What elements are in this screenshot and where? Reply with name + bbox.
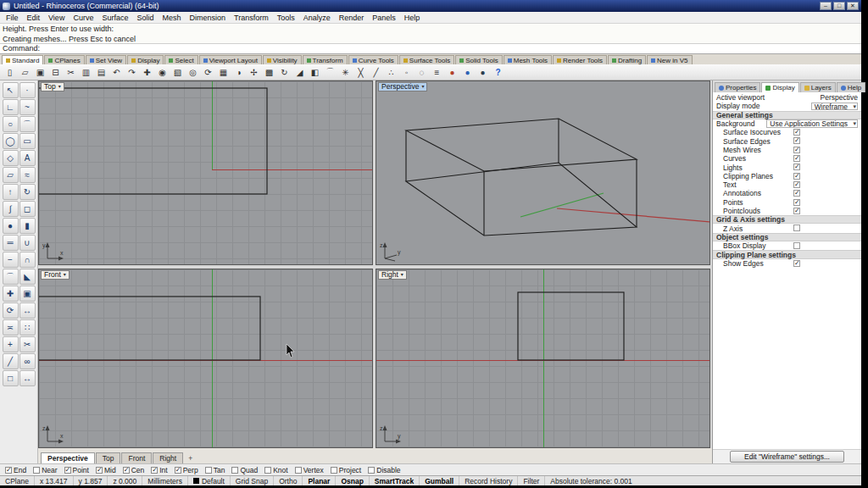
checkbox-icon[interactable]	[331, 467, 337, 474]
viewport-front[interactable]: Front ▾ z x	[38, 269, 373, 448]
four-viewports-button[interactable]: ▦	[216, 65, 231, 79]
color-wheel-button[interactable]: ●	[445, 65, 459, 79]
toolbar-tab[interactable]: Set View	[86, 55, 126, 64]
scale-button[interactable]: ◢	[292, 65, 307, 79]
render-sphere-button[interactable]: ●	[460, 65, 475, 79]
units-button[interactable]: Millimeters	[142, 476, 188, 485]
status-toggle[interactable]: Osnap	[336, 476, 369, 485]
split-button[interactable]: ╱	[369, 65, 383, 79]
osnap-toggle[interactable]: Perp	[175, 466, 198, 474]
rectangle-tool[interactable]: ▭	[19, 133, 36, 149]
checkbox-icon[interactable]	[64, 467, 71, 474]
panel-tab[interactable]: Display	[761, 82, 798, 92]
save-button[interactable]: ▣	[33, 65, 47, 79]
cplane-button[interactable]: CPlane	[0, 476, 35, 485]
viewport-perspective[interactable]: Perspective ▾ z y	[376, 80, 710, 265]
setting-checkbox[interactable]	[793, 199, 800, 206]
viewport-label-perspective[interactable]: Perspective ▾	[378, 82, 427, 92]
print-button[interactable]: ⊟	[48, 65, 63, 79]
setting-checkbox[interactable]	[793, 242, 800, 249]
toolbar-tab[interactable]: Solid Tools	[455, 55, 503, 64]
menu-item[interactable]: Panels	[368, 14, 400, 22]
checkbox-icon[interactable]	[205, 467, 212, 474]
osnap-toggle[interactable]: Tan	[205, 466, 225, 474]
polyline-tool[interactable]: ∟	[3, 99, 19, 115]
pan-view-button[interactable]: ✚	[140, 65, 154, 79]
mirror-tool[interactable]: ≍	[3, 319, 19, 336]
checkbox-icon[interactable]	[175, 467, 181, 474]
object-snap-button[interactable]: ◦	[399, 65, 414, 79]
status-toggle[interactable]: Gumball	[420, 476, 459, 485]
new-file-button[interactable]: ▯	[3, 65, 17, 79]
osnap-toggle[interactable]: End	[5, 466, 26, 474]
zoom-extents-button[interactable]: ◎	[186, 65, 200, 79]
toolbar-tab[interactable]: CPlanes	[44, 55, 84, 64]
text-tool[interactable]: A	[19, 150, 36, 166]
status-toggle[interactable]: Filter	[518, 476, 545, 485]
scale-tool[interactable]: ↔	[19, 302, 36, 319]
viewport-splitter-horizontal[interactable]	[38, 265, 712, 269]
new-viewport-tab-button[interactable]: +	[184, 453, 197, 463]
ellipse-tool[interactable]: ◯	[3, 133, 19, 149]
explode-button[interactable]: ✳	[338, 65, 353, 79]
osnap-toggle[interactable]: Vertex	[295, 466, 324, 474]
viewport-label-right[interactable]: Right ▾	[378, 270, 407, 280]
checkbox-icon[interactable]	[96, 467, 103, 474]
osnap-toggle[interactable]: Disable	[368, 466, 400, 474]
menu-item[interactable]: Render	[335, 14, 369, 22]
viewport-tab[interactable]: Top	[96, 452, 121, 463]
open-file-button[interactable]: ▱	[18, 65, 32, 79]
menu-item[interactable]: File	[2, 14, 23, 22]
sweep-tool[interactable]: ∫	[3, 201, 19, 217]
setting-checkbox[interactable]	[793, 155, 800, 162]
join-button[interactable]: ⌒	[323, 65, 337, 79]
environment-sphere-button[interactable]: ●	[476, 65, 490, 79]
arc-tool[interactable]: ⌒	[19, 116, 36, 132]
viewport-right[interactable]: Right ▾ z y	[376, 269, 710, 448]
polygon-tool[interactable]: ◇	[3, 150, 19, 166]
sphere-tool[interactable]: ●	[3, 218, 19, 234]
toolbar-tab[interactable]: New in V5	[647, 55, 692, 64]
menu-item[interactable]: Help	[400, 14, 425, 22]
revolve-tool[interactable]: ↻	[19, 184, 36, 200]
status-toggle[interactable]: SmartTrack	[370, 476, 420, 485]
trim-button[interactable]: ╳	[353, 65, 368, 79]
viewport-top[interactable]: Top ▾ y x	[38, 80, 373, 265]
setting-checkbox[interactable]	[793, 225, 800, 231]
hide-object-button[interactable]: ◌	[415, 65, 429, 79]
checkbox-icon[interactable]	[123, 467, 130, 474]
copy-button[interactable]: ▥	[79, 65, 93, 79]
toolbar-tab[interactable]: Standard	[2, 55, 43, 64]
mirror-button[interactable]: ◧	[308, 65, 322, 79]
rotate-view-button[interactable]: ⟳	[201, 65, 215, 79]
checkbox-icon[interactable]	[368, 467, 375, 474]
setting-checkbox[interactable]	[793, 137, 800, 144]
toolbar-tab[interactable]: Drafting	[608, 55, 646, 64]
setting-checkbox[interactable]	[793, 190, 800, 197]
group-tool[interactable]: □	[3, 370, 19, 386]
surface-tool[interactable]: ▱	[3, 167, 19, 183]
status-toggle[interactable]: Record History	[459, 476, 518, 485]
checkbox-icon[interactable]	[264, 467, 271, 474]
setting-checkbox[interactable]	[793, 147, 800, 153]
pipe-tool[interactable]: ═	[3, 235, 19, 251]
menu-item[interactable]: Dimension	[185, 14, 230, 22]
menu-item[interactable]: Edit	[23, 14, 45, 22]
menu-item[interactable]: Solid	[132, 14, 158, 22]
control-points-button[interactable]: ∴	[384, 65, 398, 79]
osnap-toggle[interactable]: Cen	[123, 466, 145, 474]
shaded-view-button[interactable]: ◑	[231, 65, 246, 79]
setting-value[interactable]: Wireframe	[811, 103, 858, 111]
edit-display-settings-button[interactable]: Edit "Wireframe" settings...	[730, 451, 844, 463]
title-bar[interactable]: Untitled - Rhinoceros (Commercial) (64-b…	[0, 0, 861, 12]
toolbar-tab[interactable]: Viewport Layout	[199, 55, 262, 64]
copy-object-button[interactable]: ▩	[262, 65, 276, 79]
close-button[interactable]: ✕	[847, 2, 859, 10]
boolean-difference-tool[interactable]: −	[3, 252, 19, 268]
checkbox-icon[interactable]	[231, 467, 238, 474]
point-tool[interactable]: ·	[19, 82, 36, 98]
fillet-tool[interactable]: ⌒	[3, 269, 19, 285]
toolbar-tab[interactable]: Render Tools	[553, 55, 607, 64]
setting-value[interactable]: Perspective	[821, 93, 858, 102]
current-layer-button[interactable]: Default	[188, 476, 231, 485]
